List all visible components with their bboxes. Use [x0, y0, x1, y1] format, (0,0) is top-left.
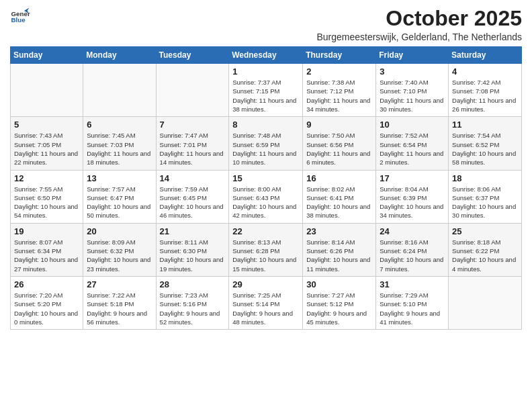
- day-number: 6: [87, 120, 152, 130]
- calendar-cell: 17Sunrise: 8:04 AM Sunset: 6:39 PM Dayli…: [376, 170, 449, 223]
- day-number: 13: [87, 173, 152, 183]
- calendar-cell: 27Sunrise: 7:22 AM Sunset: 5:18 PM Dayli…: [83, 276, 156, 329]
- day-number: 12: [14, 173, 79, 183]
- day-info: Sunrise: 7:55 AM Sunset: 6:50 PM Dayligh…: [14, 185, 79, 220]
- calendar-cell: 10Sunrise: 7:52 AM Sunset: 6:54 PM Dayli…: [376, 117, 449, 170]
- day-info: Sunrise: 7:20 AM Sunset: 5:20 PM Dayligh…: [14, 291, 79, 326]
- day-number: 7: [160, 120, 226, 130]
- day-info: Sunrise: 7:47 AM Sunset: 7:01 PM Dayligh…: [160, 131, 226, 167]
- day-info: Sunrise: 8:02 AM Sunset: 6:41 PM Dayligh…: [306, 185, 372, 220]
- day-info: Sunrise: 7:52 AM Sunset: 6:54 PM Dayligh…: [380, 131, 445, 167]
- day-number: 17: [380, 173, 445, 183]
- day-info: Sunrise: 8:14 AM Sunset: 6:26 PM Dayligh…: [306, 238, 372, 273]
- calendar-cell: [83, 64, 156, 117]
- day-of-week-header: Saturday: [449, 47, 522, 64]
- calendar-cell: 14Sunrise: 7:59 AM Sunset: 6:45 PM Dayli…: [156, 170, 229, 223]
- day-info: Sunrise: 8:06 AM Sunset: 6:37 PM Dayligh…: [452, 185, 518, 220]
- day-number: 5: [14, 120, 79, 130]
- month-title: October 2025: [316, 7, 522, 30]
- day-info: Sunrise: 7:37 AM Sunset: 7:15 PM Dayligh…: [232, 78, 299, 113]
- calendar-cell: 3Sunrise: 7:40 AM Sunset: 7:10 PM Daylig…: [376, 64, 449, 117]
- day-number: 18: [452, 173, 518, 183]
- subtitle: Burgemeesterswijk, Gelderland, The Nethe…: [316, 32, 522, 42]
- day-info: Sunrise: 7:45 AM Sunset: 7:03 PM Dayligh…: [87, 131, 152, 167]
- day-number: 25: [452, 226, 518, 236]
- day-info: Sunrise: 7:54 AM Sunset: 6:52 PM Dayligh…: [452, 131, 518, 167]
- calendar-cell: 15Sunrise: 8:00 AM Sunset: 6:43 PM Dayli…: [229, 170, 303, 223]
- day-number: 14: [160, 173, 226, 183]
- day-info: Sunrise: 8:00 AM Sunset: 6:43 PM Dayligh…: [232, 185, 299, 220]
- page-header: General Blue October 2025 Burgemeestersw…: [10, 7, 522, 42]
- calendar-cell: 8Sunrise: 7:48 AM Sunset: 6:59 PM Daylig…: [229, 117, 303, 170]
- calendar-cell: 4Sunrise: 7:42 AM Sunset: 7:08 PM Daylig…: [449, 64, 522, 117]
- calendar-cell: 9Sunrise: 7:50 AM Sunset: 6:56 PM Daylig…: [303, 117, 376, 170]
- calendar-cell: 18Sunrise: 8:06 AM Sunset: 6:37 PM Dayli…: [449, 170, 522, 223]
- calendar-cell: 24Sunrise: 8:16 AM Sunset: 6:24 PM Dayli…: [376, 223, 449, 276]
- day-of-week-header: Sunday: [11, 47, 83, 64]
- calendar-cell: 23Sunrise: 8:14 AM Sunset: 6:26 PM Dayli…: [303, 223, 376, 276]
- calendar-cell: 22Sunrise: 8:13 AM Sunset: 6:28 PM Dayli…: [229, 223, 303, 276]
- day-info: Sunrise: 8:04 AM Sunset: 6:39 PM Dayligh…: [380, 185, 445, 220]
- calendar-cell: 6Sunrise: 7:45 AM Sunset: 7:03 PM Daylig…: [83, 117, 156, 170]
- calendar-cell: [11, 64, 83, 117]
- day-number: 3: [380, 66, 445, 77]
- calendar-cell: 13Sunrise: 7:57 AM Sunset: 6:47 PM Dayli…: [83, 170, 156, 223]
- calendar-week-row: 5Sunrise: 7:43 AM Sunset: 7:05 PM Daylig…: [11, 117, 522, 170]
- day-number: 15: [232, 173, 299, 183]
- calendar-cell: 21Sunrise: 8:11 AM Sunset: 6:30 PM Dayli…: [156, 223, 229, 276]
- day-number: 11: [452, 120, 518, 130]
- day-info: Sunrise: 7:57 AM Sunset: 6:47 PM Dayligh…: [87, 185, 152, 220]
- day-of-week-header: Tuesday: [156, 47, 229, 64]
- day-number: 28: [160, 279, 226, 289]
- day-info: Sunrise: 7:29 AM Sunset: 5:10 PM Dayligh…: [380, 291, 445, 326]
- calendar-cell: [449, 276, 522, 329]
- calendar-cell: 5Sunrise: 7:43 AM Sunset: 7:05 PM Daylig…: [11, 117, 83, 170]
- day-number: 29: [232, 279, 299, 289]
- day-number: 21: [160, 226, 226, 236]
- day-of-week-header: Wednesday: [229, 47, 303, 64]
- calendar-cell: 7Sunrise: 7:47 AM Sunset: 7:01 PM Daylig…: [156, 117, 229, 170]
- day-of-week-header: Monday: [83, 47, 156, 64]
- day-info: Sunrise: 7:40 AM Sunset: 7:10 PM Dayligh…: [380, 78, 445, 113]
- day-number: 23: [306, 226, 372, 236]
- day-info: Sunrise: 8:13 AM Sunset: 6:28 PM Dayligh…: [232, 238, 299, 273]
- day-info: Sunrise: 7:38 AM Sunset: 7:12 PM Dayligh…: [306, 78, 372, 113]
- day-of-week-header: Thursday: [303, 47, 376, 64]
- logo-icon: General Blue: [10, 7, 30, 27]
- calendar-cell: 25Sunrise: 8:18 AM Sunset: 6:22 PM Dayli…: [449, 223, 522, 276]
- calendar-cell: 19Sunrise: 8:07 AM Sunset: 6:34 PM Dayli…: [11, 223, 83, 276]
- calendar-cell: 2Sunrise: 7:38 AM Sunset: 7:12 PM Daylig…: [303, 64, 376, 117]
- calendar-week-row: 19Sunrise: 8:07 AM Sunset: 6:34 PM Dayli…: [11, 223, 522, 276]
- calendar-cell: 16Sunrise: 8:02 AM Sunset: 6:41 PM Dayli…: [303, 170, 376, 223]
- calendar-cell: 31Sunrise: 7:29 AM Sunset: 5:10 PM Dayli…: [376, 276, 449, 329]
- day-info: Sunrise: 7:50 AM Sunset: 6:56 PM Dayligh…: [306, 131, 372, 167]
- calendar-cell: 1Sunrise: 7:37 AM Sunset: 7:15 PM Daylig…: [229, 64, 303, 117]
- calendar-header-row: SundayMondayTuesdayWednesdayThursdayFrid…: [11, 47, 522, 64]
- day-number: 24: [380, 226, 445, 236]
- calendar-cell: 26Sunrise: 7:20 AM Sunset: 5:20 PM Dayli…: [11, 276, 83, 329]
- calendar-cell: 11Sunrise: 7:54 AM Sunset: 6:52 PM Dayli…: [449, 117, 522, 170]
- day-info: Sunrise: 7:25 AM Sunset: 5:14 PM Dayligh…: [232, 291, 299, 326]
- day-number: 10: [380, 120, 445, 130]
- day-number: 19: [14, 226, 79, 236]
- day-info: Sunrise: 7:42 AM Sunset: 7:08 PM Dayligh…: [452, 78, 518, 113]
- calendar-cell: 29Sunrise: 7:25 AM Sunset: 5:14 PM Dayli…: [229, 276, 303, 329]
- title-block: October 2025 Burgemeesterswijk, Gelderla…: [316, 7, 522, 42]
- day-info: Sunrise: 7:27 AM Sunset: 5:12 PM Dayligh…: [306, 291, 372, 326]
- logo: General Blue: [10, 7, 30, 27]
- day-info: Sunrise: 7:48 AM Sunset: 6:59 PM Dayligh…: [232, 131, 299, 167]
- day-info: Sunrise: 8:18 AM Sunset: 6:22 PM Dayligh…: [452, 238, 518, 273]
- calendar-table: SundayMondayTuesdayWednesdayThursdayFrid…: [10, 46, 522, 330]
- day-info: Sunrise: 8:16 AM Sunset: 6:24 PM Dayligh…: [380, 238, 445, 273]
- calendar-cell: 12Sunrise: 7:55 AM Sunset: 6:50 PM Dayli…: [11, 170, 83, 223]
- calendar-cell: 20Sunrise: 8:09 AM Sunset: 6:32 PM Dayli…: [83, 223, 156, 276]
- day-number: 31: [380, 279, 445, 289]
- day-number: 30: [306, 279, 372, 289]
- day-number: 8: [232, 120, 299, 130]
- day-number: 20: [87, 226, 152, 236]
- day-number: 22: [232, 226, 299, 236]
- day-info: Sunrise: 7:59 AM Sunset: 6:45 PM Dayligh…: [160, 185, 226, 220]
- day-info: Sunrise: 8:07 AM Sunset: 6:34 PM Dayligh…: [14, 238, 79, 273]
- day-number: 27: [87, 279, 152, 289]
- day-info: Sunrise: 7:23 AM Sunset: 5:16 PM Dayligh…: [160, 291, 226, 326]
